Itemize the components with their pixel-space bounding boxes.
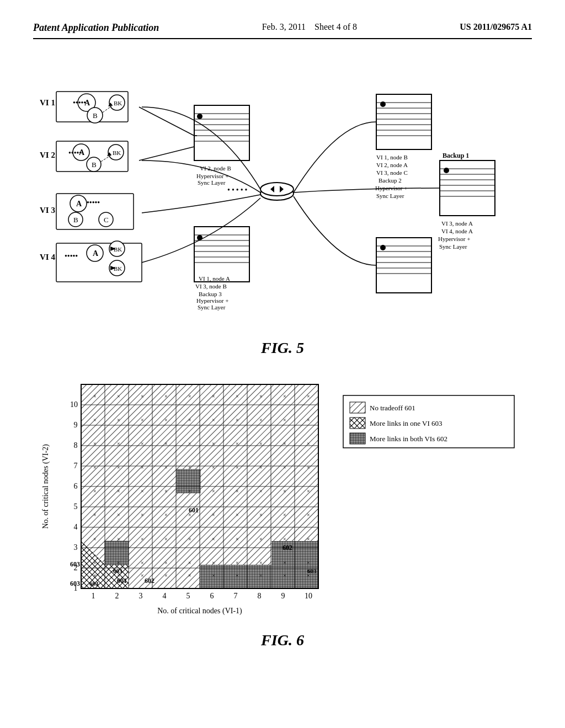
svg-text:×: × <box>141 536 144 542</box>
svg-text:9: 9 <box>281 592 285 600</box>
svg-text:VI 3, node C: VI 3, node C <box>376 169 408 176</box>
svg-text:A: A <box>76 200 82 208</box>
svg-text:602: 602 <box>282 544 292 552</box>
svg-text:×: × <box>236 572 239 579</box>
page: Patent Application Publication Feb. 3, 2… <box>0 0 565 728</box>
svg-text:×: × <box>117 464 120 470</box>
svg-text:VI 3: VI 3 <box>40 206 55 215</box>
svg-text:Hypervisor +: Hypervisor + <box>196 297 228 304</box>
svg-text:10: 10 <box>70 400 78 409</box>
svg-text:×: × <box>93 560 97 566</box>
svg-text:8: 8 <box>258 592 262 600</box>
svg-text:×: × <box>141 512 144 518</box>
svg-text:BK: BK <box>114 265 122 272</box>
pub-date: Feb. 3, 2011 <box>262 22 306 31</box>
svg-text:×: × <box>307 417 310 423</box>
svg-text:603: 603 <box>70 580 80 587</box>
svg-text:BK: BK <box>114 100 122 106</box>
svg-text:VI 2, node A: VI 2, node A <box>376 162 408 168</box>
svg-rect-132 <box>271 541 318 588</box>
svg-text:×: × <box>212 488 215 494</box>
figures-area: VI 1 VI 2 VI 3 VI 4 A ●●●●● B BK <box>33 50 532 655</box>
svg-text:6: 6 <box>74 482 78 490</box>
svg-text:×: × <box>212 464 215 470</box>
svg-text:×: × <box>141 464 144 470</box>
svg-text:×: × <box>188 393 191 399</box>
svg-text:×: × <box>117 560 120 566</box>
svg-text:VI 1, node B: VI 1, node B <box>376 154 408 160</box>
svg-text:×: × <box>141 417 144 423</box>
svg-text:7: 7 <box>74 462 78 470</box>
svg-text:×: × <box>283 536 286 542</box>
svg-text:×: × <box>212 512 215 518</box>
svg-text:×: × <box>307 512 310 518</box>
svg-text:2: 2 <box>115 592 119 600</box>
svg-text:602: 602 <box>145 577 154 585</box>
svg-text:×: × <box>259 464 263 470</box>
svg-text:603: 603 <box>89 580 99 587</box>
fig5-label: FIG. 5 <box>261 339 304 357</box>
svg-text:5: 5 <box>186 592 190 600</box>
svg-text:Sync Layer: Sync Layer <box>376 192 404 199</box>
svg-text:4: 4 <box>74 523 78 531</box>
svg-text:Sync Layer: Sync Layer <box>198 179 226 186</box>
svg-text:×: × <box>307 488 310 494</box>
svg-text:5: 5 <box>74 502 78 511</box>
svg-text:●●●●●: ●●●●● <box>87 200 100 205</box>
svg-text:×: × <box>283 464 286 470</box>
svg-point-79 <box>380 101 386 107</box>
fig6-svg: ×× ×× ×× ×× ×× ×× ×× ×× ×× ×× ×× ×× ×× ×… <box>34 368 531 622</box>
svg-text:×: × <box>93 417 97 423</box>
svg-text:×: × <box>283 572 286 579</box>
svg-text:×: × <box>259 417 263 423</box>
svg-text:Sync Layer: Sync Layer <box>439 243 467 250</box>
svg-text:B: B <box>92 160 97 169</box>
svg-text:VI 4, node A: VI 4, node A <box>441 228 473 234</box>
sheet-info: Sheet 4 of 8 <box>315 22 357 31</box>
svg-text:10: 10 <box>305 592 312 600</box>
svg-text:No. of critical nodes (VI-2): No. of critical nodes (VI-2) <box>41 444 50 529</box>
svg-text:×: × <box>188 536 191 542</box>
svg-text:×: × <box>259 393 263 399</box>
svg-text:More links in one VI  603: More links in one VI 603 <box>370 419 443 427</box>
patent-number: US 2011/029675 A1 <box>460 22 532 32</box>
svg-text:●●●●●: ●●●●● <box>65 253 78 258</box>
svg-rect-277 <box>350 417 365 429</box>
svg-text:603: 603 <box>70 560 80 568</box>
svg-text:601: 601 <box>117 577 127 585</box>
svg-text:No. of critical nodes (VI-1): No. of critical nodes (VI-1) <box>157 607 242 615</box>
svg-text:Backup 2: Backup 2 <box>379 177 402 184</box>
svg-text:×: × <box>212 560 215 566</box>
svg-text:×: × <box>236 536 239 542</box>
svg-text:×: × <box>212 572 215 579</box>
svg-text:×: × <box>236 560 239 566</box>
svg-text:•••••: ••••• <box>227 186 249 194</box>
svg-text:6: 6 <box>210 592 214 600</box>
fig6-label: FIG. 6 <box>261 631 304 649</box>
svg-text:×: × <box>117 536 120 542</box>
svg-text:×: × <box>236 393 239 399</box>
svg-point-67 <box>260 183 294 196</box>
svg-text:603: 603 <box>113 568 122 574</box>
svg-text:×: × <box>259 572 263 579</box>
svg-text:VI 3, node A: VI 3, node A <box>441 220 473 227</box>
svg-text:Hypervisor +: Hypervisor + <box>438 235 470 242</box>
svg-point-62 <box>197 114 202 119</box>
svg-text:×: × <box>307 393 310 399</box>
svg-text:VI 4: VI 4 <box>40 253 55 261</box>
svg-text:3: 3 <box>139 592 143 600</box>
svg-text:Sync Layer: Sync Layer <box>198 304 226 311</box>
svg-text:×: × <box>117 488 120 494</box>
svg-text:×: × <box>307 464 310 470</box>
svg-text:×: × <box>164 560 168 566</box>
svg-text:×: × <box>236 488 239 494</box>
svg-text:●●●●●: ●●●●● <box>73 100 86 105</box>
svg-point-106 <box>380 245 386 250</box>
svg-text:9: 9 <box>74 421 78 429</box>
svg-text:×: × <box>283 488 286 494</box>
svg-text:×: × <box>283 560 286 566</box>
svg-line-108 <box>139 147 194 160</box>
svg-text:×: × <box>164 393 168 399</box>
svg-text:×: × <box>212 393 215 399</box>
svg-rect-279 <box>350 433 365 444</box>
